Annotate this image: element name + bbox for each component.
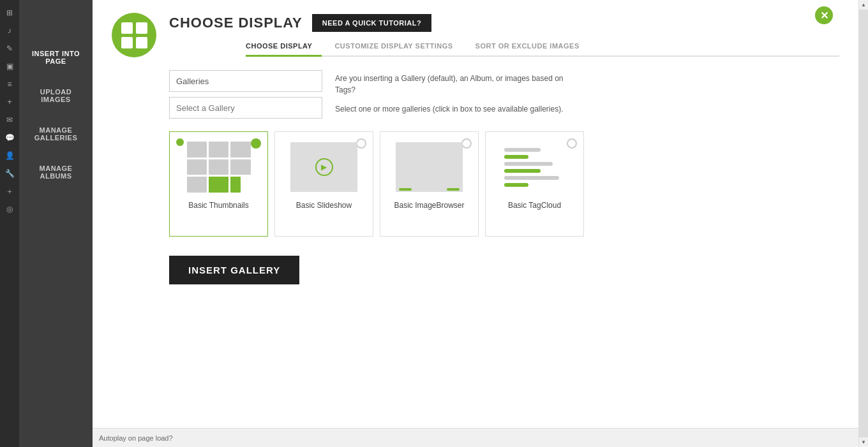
tagcloud-label: Basic TagCloud bbox=[508, 201, 561, 210]
thumbnails-preview bbox=[181, 138, 257, 196]
gallery-cards-row: Basic Thumbnails ▶ Basic Slideshow bbox=[169, 131, 839, 237]
imagebrowser-preview bbox=[391, 138, 468, 196]
tutorial-button[interactable]: NEED A QUICK TUTORIAL? bbox=[312, 14, 431, 32]
selected-indicator bbox=[176, 138, 184, 146]
nav-panel: INSERT INTO PAGE UPLOAD IMAGES MANAGE GA… bbox=[19, 0, 93, 447]
page-icon[interactable]: ▣ bbox=[3, 60, 16, 73]
sidebar-item-insert-into-page[interactable]: INSERT INTO PAGE bbox=[19, 38, 93, 77]
tab-customize-settings[interactable]: CUSTOMIZE DISPLAY SETTINGS bbox=[334, 37, 462, 55]
insert-gallery-button[interactable]: INSERT GALLERY bbox=[169, 256, 299, 284]
scrollbar[interactable]: ▲ ▼ bbox=[858, 0, 868, 447]
imagebrowser-label: Basic ImageBrowser bbox=[394, 201, 464, 210]
helper-col: Are you inserting a Gallery (default), a… bbox=[335, 70, 578, 115]
radio-tagcloud[interactable] bbox=[567, 138, 577, 149]
slideshow-preview: ▶ bbox=[286, 138, 363, 196]
scroll-down-arrow[interactable]: ▼ bbox=[859, 437, 869, 447]
allp-icon[interactable]: ≡ bbox=[3, 78, 16, 91]
main-content: ✕ CHOOSE DISPLAY NEED A QUICK TUTORIAL? … bbox=[93, 0, 858, 447]
gallery-card-imagebrowser[interactable]: Basic ImageBrowser bbox=[380, 131, 479, 237]
sidebar-item-manage-albums[interactable]: MANAGE ALBUMS bbox=[19, 153, 93, 191]
wrench-icon[interactable]: 🔧 bbox=[3, 167, 16, 180]
user-icon[interactable]: 👤 bbox=[3, 149, 16, 162]
gallery-select-input[interactable] bbox=[169, 97, 322, 119]
radio-thumbnails[interactable] bbox=[251, 138, 261, 149]
tab-sort-exclude[interactable]: SORT OR EXCLUDE IMAGES bbox=[475, 37, 589, 55]
helper-gallery-text: Select one or more galleries (click in b… bbox=[335, 101, 578, 115]
page-title: CHOOSE DISPLAY bbox=[169, 15, 303, 31]
slideshow-label: Basic Slideshow bbox=[296, 201, 352, 210]
header-right: CHOOSE DISPLAY NEED A QUICK TUTORIAL? CH… bbox=[169, 14, 839, 57]
radio-imagebrowser[interactable] bbox=[461, 138, 472, 149]
tabs: CHOOSE DISPLAY CUSTOMIZE DISPLAY SETTING… bbox=[246, 37, 839, 57]
type-select[interactable]: Galleries bbox=[169, 70, 322, 92]
header-top-row: CHOOSE DISPLAY NEED A QUICK TUTORIAL? bbox=[169, 14, 839, 32]
bottom-bar: Autoplay on page load? bbox=[93, 428, 858, 447]
tagcloud-preview bbox=[497, 138, 573, 196]
pencil-icon[interactable]: ✎ bbox=[3, 42, 16, 55]
helper-type-text: Are you inserting a Gallery (default), a… bbox=[335, 70, 578, 96]
sidebar-item-manage-galleries[interactable]: MANAGE GALLERIES bbox=[19, 115, 93, 153]
grid-icon[interactable]: ⊞ bbox=[3, 6, 16, 19]
thumbnails-label: Basic Thumbnails bbox=[188, 201, 249, 210]
close-button[interactable]: ✕ bbox=[815, 6, 833, 24]
mail-icon[interactable]: ✉ bbox=[3, 114, 16, 126]
music-icon[interactable]: ♪ bbox=[3, 24, 16, 37]
bottom-text: Autoplay on page load? bbox=[99, 434, 173, 442]
scroll-track[interactable] bbox=[859, 10, 868, 437]
selects-col: Galleries bbox=[169, 70, 322, 119]
eye-icon[interactable]: ◎ bbox=[3, 203, 16, 216]
gallery-card-slideshow[interactable]: ▶ Basic Slideshow bbox=[274, 131, 373, 237]
tab-choose-display[interactable]: CHOOSE DISPLAY bbox=[246, 37, 322, 57]
radio-slideshow[interactable] bbox=[356, 138, 366, 149]
gallery-card-thumbnails[interactable]: Basic Thumbnails bbox=[169, 131, 268, 237]
header: CHOOSE DISPLAY NEED A QUICK TUTORIAL? CH… bbox=[93, 0, 858, 57]
content-body: Galleries Are you inserting a Gallery (d… bbox=[93, 57, 858, 297]
scroll-up-arrow[interactable]: ▲ bbox=[859, 0, 869, 10]
play-icon: ▶ bbox=[315, 158, 333, 176]
add-icon[interactable]: + bbox=[3, 96, 16, 108]
gallery-card-tagcloud[interactable]: Basic TagCloud bbox=[485, 131, 584, 237]
sidebar: ⊞ ♪ ✎ ▣ ≡ + ✉ 💬 👤 🔧 ＋ ◎ bbox=[0, 0, 19, 447]
plus-icon[interactable]: ＋ bbox=[3, 185, 16, 198]
sidebar-item-upload-images[interactable]: UPLOAD IMAGES bbox=[19, 77, 93, 115]
selects-row: Galleries Are you inserting a Gallery (d… bbox=[169, 70, 839, 119]
logo bbox=[112, 13, 156, 57]
comment-icon[interactable]: 💬 bbox=[3, 131, 16, 144]
